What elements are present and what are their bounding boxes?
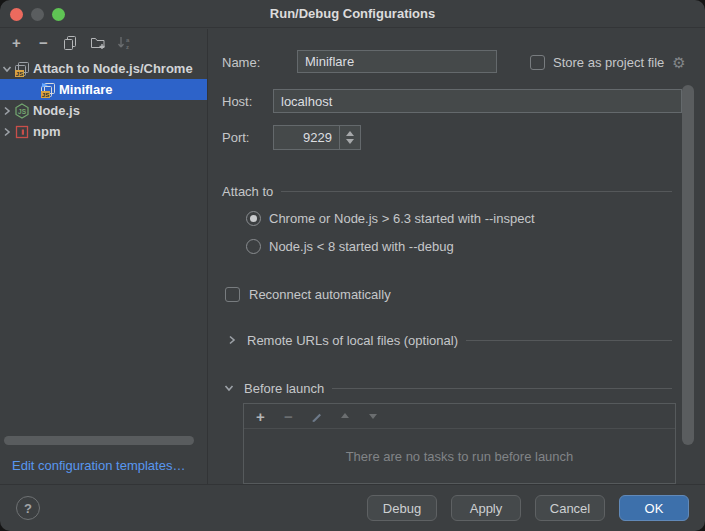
svg-text:JS: JS bbox=[16, 70, 23, 76]
attach-to-section-header: Attach to bbox=[222, 183, 672, 199]
npm-icon bbox=[14, 124, 30, 140]
cancel-button[interactable]: Cancel bbox=[535, 495, 605, 521]
tree-item-npm[interactable]: npm bbox=[0, 121, 207, 142]
before-launch-section-header[interactable]: Before launch bbox=[222, 380, 672, 396]
sort-configurations-icon: az bbox=[116, 34, 133, 51]
host-row: Host: bbox=[222, 89, 252, 114]
attach-to-label: Attach to bbox=[222, 184, 273, 199]
section-divider bbox=[332, 388, 672, 389]
remove-task-button: − bbox=[280, 408, 297, 425]
port-row: Port: bbox=[222, 125, 249, 150]
run-debug-configurations-dialog: Run/Debug Configurations + − az bbox=[0, 0, 705, 531]
configurations-sidebar: + − az JS Attach to Node.js/Chrome bbox=[0, 29, 208, 484]
port-field bbox=[273, 125, 361, 150]
configuration-form: Name: Store as project file ⚙ Host: Port… bbox=[208, 28, 705, 484]
host-input[interactable] bbox=[273, 89, 682, 113]
before-launch-toolbar: + − bbox=[244, 404, 675, 429]
remote-urls-section-header[interactable]: Remote URLs of local files (optional) bbox=[225, 332, 672, 348]
horizontal-scrollbar[interactable] bbox=[4, 436, 194, 445]
footer-buttons: Debug Apply Cancel OK bbox=[367, 495, 689, 521]
tree-item-miniflare[interactable]: JS Miniflare bbox=[0, 79, 207, 100]
add-configuration-button[interactable]: + bbox=[8, 34, 25, 51]
nodejs-icon: JS bbox=[14, 103, 30, 119]
remote-urls-label: Remote URLs of local files (optional) bbox=[247, 333, 458, 348]
tree-item-label: Miniflare bbox=[56, 82, 112, 97]
chevron-down-icon[interactable] bbox=[0, 62, 14, 76]
store-as-project-file-checkbox[interactable] bbox=[530, 55, 545, 70]
svg-text:JS: JS bbox=[42, 91, 49, 97]
host-label: Host: bbox=[222, 94, 252, 109]
reconnect-label: Reconnect automatically bbox=[249, 287, 391, 302]
stepper-down-icon[interactable] bbox=[346, 139, 354, 144]
attach-config-icon: JS bbox=[14, 61, 30, 77]
radio-selected-icon[interactable] bbox=[246, 211, 261, 226]
port-label: Port: bbox=[222, 130, 249, 145]
apply-button[interactable]: Apply bbox=[451, 495, 521, 521]
tree-item-nodejs[interactable]: JS Node.js bbox=[0, 100, 207, 121]
move-up-icon bbox=[336, 408, 353, 425]
svg-text:JS: JS bbox=[18, 107, 27, 114]
section-divider bbox=[281, 191, 672, 192]
port-stepper[interactable] bbox=[339, 125, 361, 150]
attach-option-debug[interactable]: Node.js < 8 started with --debug bbox=[246, 238, 454, 254]
radio-label: Node.js < 8 started with --debug bbox=[269, 239, 454, 254]
help-button[interactable]: ? bbox=[16, 496, 40, 520]
gear-icon[interactable]: ⚙ bbox=[672, 55, 685, 70]
add-task-button[interactable]: + bbox=[252, 408, 269, 425]
svg-text:z: z bbox=[126, 43, 129, 49]
edit-task-icon bbox=[308, 408, 325, 425]
window-title: Run/Debug Configurations bbox=[0, 0, 705, 28]
attach-option-inspect[interactable]: Chrome or Node.js > 6.3 started with --i… bbox=[246, 210, 535, 226]
name-label: Name: bbox=[222, 55, 260, 70]
stepper-up-icon[interactable] bbox=[346, 131, 354, 136]
reconnect-checkbox[interactable] bbox=[225, 287, 240, 302]
new-folder-icon[interactable] bbox=[89, 34, 106, 51]
vertical-scrollbar[interactable] bbox=[682, 85, 694, 445]
store-as-project-file: Store as project file ⚙ bbox=[530, 50, 686, 74]
chevron-right-icon[interactable] bbox=[0, 125, 14, 139]
debug-button[interactable]: Debug bbox=[367, 495, 437, 521]
reconnect-automatically[interactable]: Reconnect automatically bbox=[225, 286, 391, 302]
footer-bar: ? Debug Apply Cancel OK bbox=[0, 484, 705, 531]
port-input[interactable] bbox=[273, 125, 339, 150]
radio-unselected-icon[interactable] bbox=[246, 239, 261, 254]
before-launch-label: Before launch bbox=[244, 381, 324, 396]
tree-item-label: npm bbox=[30, 124, 60, 139]
section-divider bbox=[466, 340, 672, 341]
ok-button[interactable]: OK bbox=[619, 495, 689, 521]
copy-configuration-icon[interactable] bbox=[62, 34, 79, 51]
attach-config-icon: JS bbox=[40, 82, 56, 98]
radio-label: Chrome or Node.js > 6.3 started with --i… bbox=[269, 211, 535, 226]
edit-configuration-templates-link[interactable]: Edit configuration templates… bbox=[12, 458, 185, 473]
chevron-right-icon[interactable] bbox=[0, 104, 14, 118]
no-tasks-message: There are no tasks to run before launch bbox=[244, 429, 675, 483]
configurations-tree: JS Attach to Node.js/Chrome JS Miniflare bbox=[0, 58, 207, 142]
tree-item-label: Node.js bbox=[30, 103, 80, 118]
before-launch-panel: + − There are no tasks to run before lau… bbox=[243, 403, 676, 484]
store-as-project-file-label: Store as project file bbox=[553, 55, 664, 70]
tree-item-label: Attach to Node.js/Chrome bbox=[30, 61, 193, 76]
tree-item-attach-group[interactable]: JS Attach to Node.js/Chrome bbox=[0, 58, 207, 79]
sidebar-toolbar: + − az bbox=[0, 29, 207, 55]
chevron-down-icon[interactable] bbox=[222, 381, 236, 395]
move-down-icon bbox=[364, 408, 381, 425]
chevron-right-icon[interactable] bbox=[225, 333, 239, 347]
title-bar: Run/Debug Configurations bbox=[0, 0, 705, 28]
remove-configuration-button[interactable]: − bbox=[35, 34, 52, 51]
name-row: Name: bbox=[222, 50, 260, 74]
svg-text:a: a bbox=[126, 36, 130, 42]
name-input[interactable] bbox=[297, 50, 497, 73]
